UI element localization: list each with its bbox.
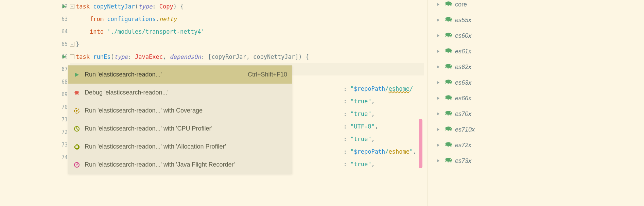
gutter-row[interactable]: 73 bbox=[44, 138, 70, 151]
svg-rect-23 bbox=[77, 149, 78, 150]
svg-marker-2 bbox=[75, 73, 79, 77]
gradle-module-label: es55x bbox=[455, 17, 471, 24]
gutter-row[interactable]: 70 bbox=[44, 101, 70, 113]
code-text: } bbox=[76, 41, 79, 48]
code-text: ) { bbox=[173, 3, 184, 10]
menu-item-run-alloc-profiler[interactable]: Run 'elasticsearch-readon...' with 'Allo… bbox=[68, 138, 292, 156]
menu-item-run[interactable]: Run 'elasticsearch-readon...' Ctrl+Shift… bbox=[68, 66, 292, 84]
gradle-module-item[interactable]: es73x bbox=[428, 153, 644, 169]
code-line[interactable]: into './modules/transport-netty4' bbox=[70, 25, 424, 38]
code-fragment: : "true", bbox=[336, 154, 375, 168]
svg-line-14 bbox=[77, 129, 78, 130]
gradle-module-item[interactable]: es55x bbox=[428, 12, 644, 28]
svg-point-26 bbox=[76, 164, 77, 165]
gradle-module-item[interactable]: es72x bbox=[428, 137, 644, 153]
svg-rect-20 bbox=[76, 144, 77, 145]
gradle-icon bbox=[445, 32, 452, 39]
fold-open-icon[interactable]: – bbox=[70, 4, 74, 9]
menu-label: Run 'elasticsearch-readon...' bbox=[85, 71, 248, 78]
fold-open-icon[interactable]: – bbox=[70, 54, 74, 59]
menu-label: Run 'elasticsearch-readon...' with 'Java… bbox=[85, 161, 287, 168]
gutter-row[interactable]: 74 bbox=[44, 151, 70, 164]
coverage-icon bbox=[73, 107, 81, 115]
gutter-row[interactable]: 72 bbox=[44, 126, 70, 138]
menu-item-run-jfr[interactable]: Run 'elasticsearch-readon...' with 'Java… bbox=[68, 156, 292, 174]
gradle-module-item[interactable]: es62x bbox=[428, 59, 644, 75]
gutter-row[interactable]: 64 bbox=[44, 25, 70, 38]
svg-marker-0 bbox=[63, 4, 66, 8]
gradle-module-label: es60x bbox=[455, 32, 471, 39]
gradle-module-label: es66x bbox=[455, 95, 471, 102]
keyword: from bbox=[90, 16, 104, 22]
code-line[interactable]: – task copyNettyJar(type: Copy) { bbox=[70, 0, 424, 13]
run-gutter-icon[interactable] bbox=[62, 54, 67, 59]
gutter-row[interactable]: 65 bbox=[44, 38, 70, 50]
task-name: runEs bbox=[93, 53, 110, 60]
line-number: 73 bbox=[62, 142, 68, 148]
chevron-right-icon bbox=[437, 18, 441, 22]
menu-label: Debug 'elasticsearch-readon...' bbox=[85, 89, 287, 96]
svg-rect-19 bbox=[79, 147, 80, 148]
line-number: 70 bbox=[62, 104, 68, 110]
chevron-right-icon bbox=[437, 143, 441, 147]
profiler-alloc-icon bbox=[73, 143, 81, 151]
line-number: 65 bbox=[62, 41, 68, 47]
gradle-icon bbox=[445, 157, 452, 165]
code-line[interactable]: from configurations.netty bbox=[70, 13, 424, 25]
svg-marker-28 bbox=[437, 19, 439, 21]
svg-marker-32 bbox=[437, 81, 439, 84]
gradle-module-label: es72x bbox=[455, 142, 471, 149]
keyword: into bbox=[90, 28, 104, 35]
menu-item-run-coverage[interactable]: Run 'elasticsearch-readon...' with Cover… bbox=[68, 102, 292, 120]
gutter-row[interactable]: 68 bbox=[44, 75, 70, 88]
svg-marker-1 bbox=[63, 55, 66, 59]
gutter-row[interactable]: 69 bbox=[44, 88, 70, 101]
gradle-module-item[interactable]: es66x bbox=[428, 90, 644, 106]
code-fragment: : "true", bbox=[336, 91, 375, 105]
gutter-row[interactable]: 63 bbox=[44, 13, 70, 25]
gradle-module-item[interactable]: core bbox=[428, 0, 644, 12]
code-line[interactable]: – } bbox=[70, 38, 424, 50]
gradle-module-item[interactable]: es61x bbox=[428, 44, 644, 59]
menu-shortcut: Ctrl+Shift+F10 bbox=[248, 71, 287, 78]
project-tool-strip bbox=[0, 0, 44, 206]
chevron-right-icon bbox=[437, 34, 441, 37]
gradle-module-label: es710x bbox=[455, 126, 475, 133]
gradle-module-item[interactable]: es710x bbox=[428, 122, 644, 137]
gutter-row[interactable]: 66 bbox=[44, 50, 70, 63]
svg-marker-31 bbox=[437, 66, 439, 68]
gutter-row[interactable]: 67 bbox=[44, 63, 70, 75]
gutter-row[interactable]: 62 bbox=[44, 0, 70, 13]
gradle-module-label: es62x bbox=[455, 64, 471, 71]
svg-rect-17 bbox=[74, 147, 75, 148]
task-name: copyNettyJar bbox=[93, 3, 135, 10]
type-ref: JavaExec bbox=[135, 53, 163, 60]
code-line[interactable]: – task runEs(type: JavaExec, dependsOn: … bbox=[70, 50, 424, 63]
menu-label: Run 'elasticsearch-readon...' with 'Allo… bbox=[85, 143, 287, 150]
chevron-right-icon bbox=[437, 112, 441, 116]
gradle-icon bbox=[445, 63, 452, 71]
line-number: 67 bbox=[62, 66, 68, 72]
gradle-module-label: es61x bbox=[455, 48, 471, 55]
menu-item-run-cpu-profiler[interactable]: Run 'elasticsearch-readon...' with 'CPU … bbox=[68, 120, 292, 138]
gradle-module-item[interactable]: es70x bbox=[428, 106, 644, 122]
fold-close-icon[interactable]: – bbox=[70, 42, 74, 47]
gradle-tool-window: corees55xes60xes61xes62xes63xes66xes70xe… bbox=[428, 0, 644, 206]
debug-icon bbox=[73, 89, 81, 97]
svg-line-6 bbox=[75, 91, 76, 92]
gradle-module-item[interactable]: es60x bbox=[428, 28, 644, 44]
gutter-row[interactable]: 71 bbox=[44, 113, 70, 126]
gradle-icon bbox=[445, 48, 452, 55]
menu-item-debug[interactable]: Debug 'elasticsearch-readon...' bbox=[68, 84, 292, 102]
line-number: 68 bbox=[62, 79, 68, 85]
svg-marker-37 bbox=[437, 159, 439, 162]
gradle-module-item[interactable]: es63x bbox=[428, 75, 644, 90]
gradle-module-label: es73x bbox=[455, 157, 471, 165]
editor-scrollbar-thumb[interactable] bbox=[419, 119, 422, 168]
code-fragment: : "true", bbox=[336, 129, 375, 142]
svg-marker-29 bbox=[437, 34, 439, 37]
run-gutter-icon[interactable] bbox=[62, 4, 67, 9]
chevron-right-icon bbox=[437, 81, 441, 84]
svg-marker-27 bbox=[437, 3, 439, 6]
param-name: dependsOn bbox=[170, 53, 201, 60]
